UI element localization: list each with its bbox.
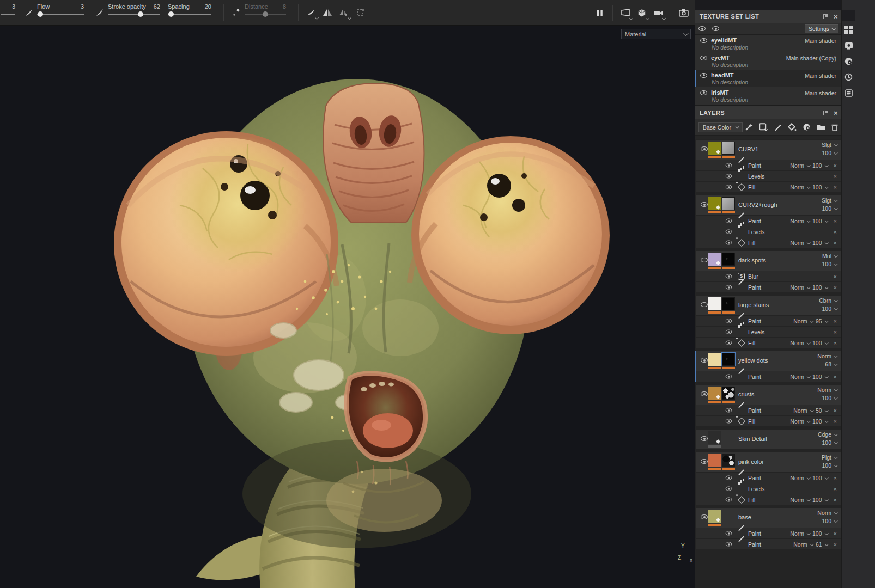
- smart-material-wand-icon[interactable]: [745, 123, 753, 131]
- effect-blend-mode[interactable]: Norm: [790, 418, 804, 425]
- effect-visibility-icon[interactable]: [726, 340, 732, 345]
- remove-effect-icon[interactable]: ×: [834, 340, 837, 346]
- effect-visibility-icon[interactable]: [726, 218, 732, 223]
- layer-visibility-icon[interactable]: [701, 459, 708, 464]
- effect-blend-mode[interactable]: Norm: [790, 184, 804, 191]
- effect-opacity[interactable]: 100: [812, 340, 822, 346]
- layer-mask-thumbnail[interactable]: [722, 142, 735, 155]
- layer-effect-row[interactable]: Fill Norm 100 ×: [696, 237, 841, 248]
- history-icon[interactable]: [844, 72, 853, 82]
- layer-visibility-icon[interactable]: [701, 358, 708, 363]
- layer-row[interactable]: CURV2+rough Slgt 100: [696, 195, 841, 215]
- remove-effect-icon[interactable]: ×: [834, 486, 837, 492]
- effect-blend-mode[interactable]: Norm: [793, 318, 807, 324]
- effect-visibility-icon[interactable]: [726, 486, 732, 491]
- effect-blend-mode[interactable]: Norm: [793, 407, 807, 414]
- layer-visibility-icon[interactable]: [701, 391, 708, 396]
- layer-effect-row[interactable]: Paint Norm 100 ×: [696, 215, 841, 226]
- layer-mask-thumbnail[interactable]: [722, 353, 735, 366]
- texture-set-row[interactable]: irisMT Main shader No description: [695, 87, 841, 105]
- spacing-param[interactable]: Spacing20: [168, 3, 211, 22]
- shader-ball-icon[interactable]: [844, 57, 853, 66]
- layer-thumbnail[interactable]: [708, 197, 721, 210]
- effect-opacity[interactable]: 61: [816, 541, 822, 548]
- effect-opacity[interactable]: 100: [812, 418, 822, 425]
- effect-opacity[interactable]: 100: [812, 184, 822, 191]
- layer-blend-mode[interactable]: Cdge: [818, 431, 831, 438]
- texture-set-row[interactable]: eyelidMT Main shader No description: [695, 35, 841, 52]
- fragment-slider[interactable]: [1, 14, 15, 15]
- effect-opacity[interactable]: 100: [812, 218, 822, 224]
- remove-effect-icon[interactable]: ×: [834, 240, 837, 246]
- layer-opacity[interactable]: 68: [825, 361, 831, 367]
- remove-effect-icon[interactable]: ×: [834, 162, 837, 169]
- layer-thumbnail[interactable]: [708, 454, 721, 467]
- layer-opacity[interactable]: 100: [822, 261, 831, 267]
- eye-icon[interactable]: [700, 73, 707, 78]
- layer-effect-row[interactable]: Paint Norm 100 ×: [696, 371, 841, 382]
- effect-blend-mode[interactable]: Norm: [790, 475, 804, 481]
- layer-row[interactable]: yellow dots Norm 68: [696, 351, 841, 371]
- remove-effect-icon[interactable]: ×: [834, 541, 837, 548]
- display-settings-icon[interactable]: [619, 7, 632, 20]
- add-layer-icon[interactable]: [759, 123, 768, 131]
- navigation-gizmo[interactable]: Y Z x: [677, 543, 695, 569]
- display-panel-icon[interactable]: [844, 41, 853, 50]
- layer-effect-row[interactable]: Levels ×: [696, 170, 841, 181]
- layer-effect-row[interactable]: Paint Norm 100 ×: [696, 472, 841, 483]
- layer-blend-mode[interactable]: Mul: [822, 253, 831, 259]
- remove-effect-icon[interactable]: ×: [834, 229, 837, 235]
- effect-opacity[interactable]: 100: [812, 530, 822, 537]
- eye-icon[interactable]: [700, 90, 707, 95]
- effect-blend-mode[interactable]: Norm: [790, 240, 804, 246]
- effect-visibility-icon[interactable]: [726, 408, 732, 412]
- layer-blend-mode[interactable]: Slgt: [822, 142, 831, 148]
- close-icon[interactable]: ×: [834, 13, 838, 20]
- spacing-slider[interactable]: [168, 14, 211, 15]
- layer-opacity[interactable]: 100: [822, 462, 831, 469]
- effect-blend-mode[interactable]: Norm: [790, 162, 804, 169]
- add-smart-material-icon[interactable]: [803, 123, 811, 131]
- layer-visibility-icon[interactable]: [701, 514, 708, 519]
- effect-opacity[interactable]: 100: [812, 162, 822, 169]
- mirror-symmetry-icon[interactable]: [337, 6, 350, 19]
- effect-blend-mode[interactable]: Norm: [790, 497, 804, 503]
- add-folder-icon[interactable]: [817, 124, 825, 131]
- layer-row[interactable]: Skin Detail Cdge 100: [696, 430, 841, 449]
- layer-effect-row[interactable]: Paint Norm 61 ×: [696, 538, 841, 549]
- brush-falloff-icon[interactable]: [93, 6, 106, 19]
- layer-blend-mode[interactable]: Cbrn: [819, 297, 831, 304]
- flow-param[interactable]: Flow3: [37, 3, 84, 22]
- texture-set-shader[interactable]: Main shader: [805, 72, 836, 79]
- transform-icon[interactable]: [354, 6, 367, 19]
- layer-visibility-icon[interactable]: [701, 258, 708, 262]
- render-mode-icon[interactable]: [635, 7, 648, 20]
- layer-effect-row[interactable]: Paint Norm 100 ×: [696, 160, 841, 170]
- symmetry-icon[interactable]: [321, 6, 334, 19]
- layer-opacity[interactable]: 100: [822, 205, 831, 212]
- settings-button[interactable]: Settings: [805, 24, 838, 33]
- layer-effect-row[interactable]: Fill Norm 100 ×: [696, 494, 841, 505]
- texture-set-shader[interactable]: Main shader: [805, 90, 836, 96]
- layer-blend-mode[interactable]: Plgt: [822, 454, 831, 461]
- close-icon[interactable]: ×: [834, 109, 838, 117]
- layer-mask-thumbnail[interactable]: [722, 454, 735, 467]
- effect-blend-mode[interactable]: Norm: [790, 373, 804, 380]
- stroke-opacity-slider[interactable]: [108, 14, 160, 15]
- layer-thumbnail[interactable]: [708, 253, 721, 266]
- remove-effect-icon[interactable]: ×: [834, 475, 837, 481]
- effect-opacity[interactable]: 100: [812, 497, 822, 503]
- flow-slider[interactable]: [37, 14, 84, 15]
- layer-effect-row[interactable]: S Blur ×: [696, 271, 841, 281]
- effect-blend-mode[interactable]: Norm: [793, 541, 807, 548]
- layer-opacity[interactable]: 100: [822, 518, 831, 524]
- channel-selector-dropdown[interactable]: Base Color: [698, 122, 743, 132]
- layer-mask-thumbnail[interactable]: [722, 197, 735, 210]
- layer-opacity[interactable]: 100: [822, 150, 831, 156]
- layer-thumbnail[interactable]: [708, 142, 721, 155]
- effect-visibility-icon[interactable]: [726, 475, 732, 480]
- camera-settings-icon[interactable]: [652, 7, 665, 20]
- layer-effect-row[interactable]: Levels ×: [696, 326, 841, 337]
- effect-visibility-icon[interactable]: [726, 374, 732, 378]
- layer-blend-mode[interactable]: Norm: [817, 510, 831, 516]
